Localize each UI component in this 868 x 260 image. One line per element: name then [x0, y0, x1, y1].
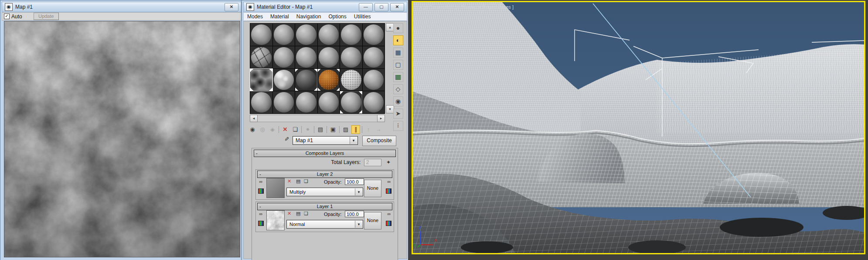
- sample-slot[interactable]: [295, 24, 317, 46]
- sample-uv-tiling-icon[interactable]: ▢: [393, 60, 403, 70]
- opacity-field[interactable]: 100.0: [345, 178, 364, 185]
- sample-slot[interactable]: [340, 24, 362, 46]
- map-preview-window: ◉ Map #1 ✕ ✓ Auto Update: [0, 0, 243, 260]
- make-unique-icon[interactable]: ⁕: [303, 125, 312, 134]
- mask-slot-button[interactable]: None: [364, 212, 381, 229]
- layer-texture-thumbnail[interactable]: [266, 210, 285, 230]
- update-button[interactable]: Update: [34, 13, 59, 20]
- sample-slot-face: [340, 91, 362, 113]
- sample-slot[interactable]: [295, 69, 317, 91]
- palette-scroll-right-button[interactable]: ▸: [377, 115, 385, 122]
- sample-slot[interactable]: [363, 91, 385, 113]
- go-to-parent-icon[interactable]: ↑: [364, 125, 373, 134]
- duplicate-layer-icon[interactable]: ❏: [304, 178, 308, 184]
- delete-layer-icon[interactable]: ✕: [287, 211, 291, 216]
- blend-mode-dropdown[interactable]: Normal ▾: [286, 220, 363, 229]
- sample-type-icon[interactable]: ●: [393, 23, 403, 33]
- sample-slot[interactable]: [273, 24, 295, 46]
- sample-slot[interactable]: [340, 46, 362, 68]
- menu-options[interactable]: Options: [328, 14, 346, 20]
- mask-slot-button[interactable]: None: [364, 180, 381, 197]
- opacity-field[interactable]: 100.0: [345, 211, 364, 217]
- go-forward-to-sibling-icon[interactable]: →: [374, 125, 383, 134]
- put-to-library-icon[interactable]: ▤: [316, 125, 325, 134]
- composite-layers-rollout-header[interactable]: - Composite Layers: [254, 150, 396, 157]
- sample-slot[interactable]: [250, 46, 272, 68]
- sample-slot[interactable]: [273, 46, 295, 68]
- mask-visibility-icon[interactable]: ∞: [386, 179, 392, 184]
- material-type-button[interactable]: Composite: [362, 136, 396, 146]
- rename-layer-icon[interactable]: ▤: [296, 178, 300, 184]
- close-icon[interactable]: ✕: [225, 3, 238, 11]
- material-map-navigator-icon[interactable]: ⁝: [393, 121, 403, 131]
- blend-mode-dropdown[interactable]: Multiply ▾: [286, 188, 363, 196]
- backlight-icon[interactable]: ◐: [393, 35, 403, 45]
- sample-slot[interactable]: [318, 46, 340, 68]
- palette-horizontal-scrollbar[interactable]: ◂ ▸: [250, 115, 385, 122]
- sample-slot[interactable]: [250, 24, 272, 46]
- sample-slot[interactable]: [250, 91, 272, 113]
- reset-map-icon[interactable]: ✕: [281, 125, 289, 134]
- menu-modes[interactable]: Modes: [247, 14, 263, 20]
- sample-slot[interactable]: [363, 69, 385, 91]
- map-window-titlebar[interactable]: ◉ Map #1 ✕: [2, 2, 242, 12]
- color-correction-icon[interactable]: [258, 188, 264, 194]
- pick-material-eyedropper-icon[interactable]: ✎: [282, 137, 290, 144]
- duplicate-layer-icon[interactable]: ❏: [304, 211, 308, 216]
- layer-1-header[interactable]: - Layer 1: [257, 203, 392, 210]
- menu-navigation[interactable]: Navigation: [296, 14, 321, 20]
- sample-slot[interactable]: [363, 46, 385, 68]
- sample-slot-face: [250, 91, 272, 113]
- sample-slot[interactable]: [340, 91, 362, 113]
- auto-checkbox[interactable]: ✓: [4, 14, 10, 19]
- material-name-dropdown[interactable]: Map #1 ▾: [293, 136, 358, 145]
- background-icon[interactable]: ▦: [393, 48, 403, 58]
- sample-slot[interactable]: [273, 91, 295, 113]
- mask-visibility-icon[interactable]: ∞: [386, 211, 392, 216]
- material-id-channel-icon[interactable]: ▣: [329, 125, 337, 134]
- put-material-to-scene-icon[interactable]: ◎: [258, 125, 267, 134]
- sample-default: [319, 47, 339, 68]
- show-end-result-icon[interactable]: ∥: [351, 125, 360, 134]
- get-material-icon[interactable]: ◉: [248, 125, 257, 134]
- show-shaded-material-in-viewport-icon[interactable]: ▨: [341, 125, 350, 134]
- material-editor-titlebar[interactable]: ◉ Material Editor - Map #1 — ▢ ✕: [243, 2, 407, 12]
- viewport-label[interactable]: [ + ] [ Camera001 ] [ Shaded + Edged Fac…: [417, 4, 514, 10]
- menu-material[interactable]: Material: [270, 14, 289, 20]
- rename-layer-icon[interactable]: ▤: [296, 211, 300, 216]
- close-icon[interactable]: ✕: [390, 3, 404, 11]
- make-preview-icon[interactable]: ◇: [393, 84, 403, 94]
- select-by-material-icon[interactable]: ➤: [393, 109, 403, 119]
- color-correction-icon[interactable]: [386, 188, 391, 194]
- sample-slot[interactable]: [340, 69, 362, 91]
- sample-slot[interactable]: [295, 91, 317, 113]
- options-icon[interactable]: ◉: [393, 96, 403, 106]
- make-material-copy-icon[interactable]: ❏: [291, 125, 300, 134]
- toolbar-separator: [279, 126, 279, 133]
- assign-material-to-selection-icon[interactable]: ◈: [268, 125, 277, 134]
- layer-texture-thumbnail[interactable]: [266, 178, 285, 198]
- minimize-icon[interactable]: —: [359, 3, 373, 11]
- sample-slot[interactable]: [318, 24, 340, 46]
- sample-slot[interactable]: [318, 91, 340, 113]
- layer-visibility-icon[interactable]: ∞: [258, 179, 264, 184]
- sample-slot[interactable]: [318, 69, 340, 91]
- restore-icon[interactable]: ▢: [374, 3, 388, 11]
- video-color-check-icon[interactable]: ▥: [393, 72, 403, 82]
- color-correction-icon[interactable]: [258, 221, 264, 226]
- delete-layer-icon[interactable]: ✕: [287, 178, 291, 184]
- collapse-icon: -: [259, 171, 261, 177]
- add-layer-icon[interactable]: ✦: [386, 159, 393, 166]
- sample-slot-face: [363, 91, 385, 113]
- menu-utilities[interactable]: Utilities: [354, 14, 371, 20]
- palette-scroll-left-button[interactable]: ◂: [250, 115, 258, 122]
- active-viewport[interactable]: [ + ] [ Camera001 ] [ Shaded + Edged Fac…: [412, 1, 865, 254]
- sample-slot[interactable]: [273, 69, 295, 91]
- layer-2-header[interactable]: - Layer 2: [257, 171, 392, 178]
- color-correction-icon[interactable]: [386, 221, 391, 226]
- sample-slot[interactable]: [295, 46, 317, 68]
- layer-visibility-icon[interactable]: ∞: [258, 211, 264, 216]
- sample-slot[interactable]: [250, 69, 272, 91]
- sample-slot[interactable]: [363, 24, 385, 46]
- total-layers-field: 2: [364, 159, 381, 166]
